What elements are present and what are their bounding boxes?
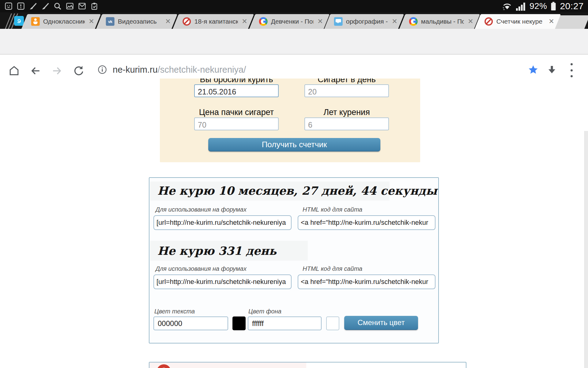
download-icon[interactable] [547,65,557,75]
browser-toolbar: ne-kurim.ru/schetchik-nekureniya/ [0,29,588,55]
notification-icons [4,2,99,10]
tab-bar: Одноклассники ✕ vk Видеозапись ✕ 18-я ка… [0,12,588,29]
battery-icon [551,2,556,11]
google-favicon [409,17,418,26]
tab-orfografiya[interactable]: орфография - "Д ✕ [324,14,404,29]
url-path: /schetchik-nekureniya/ [158,65,246,75]
get-counter-button[interactable]: Получить счетчик [208,138,380,151]
bg-color-label: Цвет фона [248,308,281,315]
tab-title: орфография - "Д [346,18,388,25]
background-tab-favicon[interactable] [14,16,24,26]
html-code-label-2: HTML код для сайта [303,265,362,272]
bg-color-input[interactable]: ffffff [248,316,322,330]
ne-kurim-favicon [183,17,191,26]
refresh-button[interactable] [73,65,84,76]
ne-kurim-favicon [484,17,493,26]
counter-text-1: Не курю 10 месяцев, 27 дней, 44 секунды [157,184,437,197]
tab-videozapis[interactable]: vk Видеозапись ✕ [96,14,177,29]
html-code-input-2[interactable]: <a href="http://ne-kurim.ru/schetchik-ne… [298,274,435,289]
text-color-swatch[interactable] [232,316,246,330]
forum-code-input-1[interactable]: [url=http://ne-kurim.ru/schetchik-nekure… [153,215,292,230]
forward-button[interactable] [51,65,62,76]
smoking-years-input[interactable]: 6 [304,117,389,130]
tab-title: Девченки - Пои [271,18,314,25]
smiley-notification-icon [4,2,13,10]
tab-title: Одноклассники [43,18,85,25]
counter-form: Вы бросили курить Сигарет в день 21.05.2… [160,65,420,162]
browser-window: 92% 20:27 Одноклассники ✕ vk Видеоза [0,0,588,368]
tab-maldivy[interactable]: мальдивы - Пои ✕ [399,14,480,29]
tab-close-icon[interactable]: ✕ [88,17,94,25]
tab-close-icon[interactable]: ✕ [391,17,397,25]
pack-price-label: Цена пачки сигарет [194,108,279,117]
change-color-button[interactable]: Сменить цвет [344,316,418,330]
forum-chat-favicon [334,17,343,26]
smoking-years-label: Лет курения [304,108,389,117]
counter-results-card: Не курю 10 месяцев, 27 дней, 44 секунды … [149,177,439,343]
tab-kapitanskaya[interactable]: 18-я капитанска ✕ [173,14,254,29]
wifi-icon [502,2,512,11]
text-color-label: Цвет текста [154,308,195,315]
clean-brush-icon [29,2,37,10]
tab-title: Видеозапись [118,18,161,25]
home-button[interactable] [9,65,20,76]
page-scrollbar[interactable] [584,131,588,368]
clipboard-notification-icon [90,2,99,10]
vk-favicon: vk [106,17,115,26]
signal-icon [516,2,526,11]
tab-title: 18-я капитанска [194,18,238,25]
info-card-highlight [149,362,306,368]
forum-code-label-1: Для использования на форумах [156,206,247,213]
url-text[interactable]: ne-kurim.ru/schetchik-nekureniya/ [113,65,524,75]
tab-close-icon[interactable]: ✕ [164,17,171,25]
text-color-input[interactable]: 000000 [153,316,228,330]
status-indicators: 92% 20:27 [502,1,584,11]
back-button[interactable] [30,65,41,76]
mail-notification-icon [78,2,86,10]
bookmark-star-icon[interactable] [528,64,538,75]
forum-code-label-2: Для использования на форумах [156,265,247,272]
image-notification-icon [66,2,74,10]
clock-time: 20:27 [560,1,584,11]
tab-close-icon[interactable]: ✕ [317,17,323,25]
cigarettes-per-day-input[interactable]: 20 [304,84,389,97]
browser-menu-icon[interactable] [570,63,573,77]
tab-schetchik-active[interactable]: Счетчик некуре ✕ [475,14,561,29]
tab-close-icon[interactable]: ✕ [467,17,473,25]
tab-close-icon[interactable]: ✕ [241,17,247,25]
counter-text-2: Не курю 331 день [157,244,277,258]
battery-percent: 92% [530,1,547,11]
page-info-icon[interactable] [97,65,107,75]
pack-price-input[interactable]: 70 [194,117,279,130]
url-domain: ne-kurim.ru [113,65,158,75]
web-page: Вы бросили курить Сигарет в день 21.05.2… [0,55,588,368]
address-bar[interactable]: ne-kurim.ru/schetchik-nekureniya/ [92,61,562,79]
tab-title: мальдивы - Пои [421,18,464,25]
info-card-partial [149,362,466,368]
odnoklassniki-favicon [31,17,40,26]
status-bar: 92% 20:27 [0,0,588,12]
bg-color-swatch[interactable] [326,316,339,330]
quit-date-input[interactable]: 21.05.2016 [194,84,279,97]
clean-brush-icon-2 [41,2,50,10]
tab-close-icon[interactable]: ✕ [548,17,554,25]
forum-code-input-2[interactable]: [url=http://ne-kurim.ru/schetchik-nekure… [153,274,292,289]
search-notification-icon [53,2,62,10]
google-favicon [259,17,268,26]
tab-odnoklassniki[interactable]: Одноклассники ✕ [21,14,101,29]
html-code-label-1: HTML код для сайта [303,206,362,213]
tab-title: Счетчик некуре [496,18,545,25]
alert-notification-icon [17,2,25,10]
html-code-input-1[interactable]: <a href="http://ne-kurim.ru/schetchik-ne… [298,215,435,230]
tab-devchenki[interactable]: Девченки - Пои ✕ [249,14,330,29]
